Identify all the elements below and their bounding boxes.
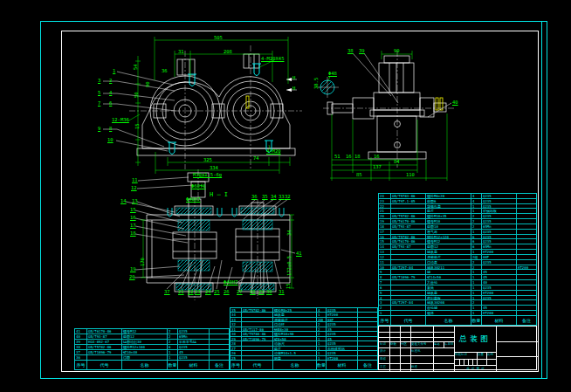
annotation-label: 39: [359, 49, 365, 54]
annotation-label: 20: [129, 275, 135, 280]
bom-header-no: 序号: [230, 361, 241, 369]
annotation-label: 35: [262, 195, 268, 200]
annotation-label: 110: [406, 173, 415, 178]
bom-table-middle: 35 GB/T5782-86 螺栓M8×25 4 Q235 34 轴承盖 1 H…: [230, 307, 378, 370]
annotation-label: 31: [279, 290, 285, 295]
bom-header-qty: 数量: [316, 361, 326, 369]
annotation-label: 30: [266, 290, 272, 295]
bom-header-no: 序号: [379, 316, 390, 325]
annotation-label: 27: [237, 290, 243, 295]
bom-header-qty: 数量: [167, 361, 177, 369]
annotation-label: 50: [134, 92, 140, 98]
annotation-label: Φ40H7: [224, 280, 238, 285]
annotation-label: 28: [250, 290, 256, 295]
annotation-label: 1: [113, 69, 115, 74]
annotation-label: 16: [374, 155, 380, 160]
bom-header-mat: 材料: [481, 316, 516, 325]
annotation-label: 13: [132, 199, 138, 204]
bom-header-no: 序号: [75, 361, 86, 369]
bom-row: 1 箱体 1 HT200: [379, 310, 536, 315]
annotation-label: 3: [98, 79, 100, 84]
annotation-label: 15: [130, 208, 136, 213]
annotation-label: 208: [224, 50, 232, 55]
annotation-label: 32: [285, 195, 291, 200]
annotation-label: 5: [98, 91, 100, 96]
annotation-label: 31: [178, 50, 184, 55]
annotation-label: 2: [109, 79, 112, 84]
annotation-label: 334: [210, 166, 218, 171]
tb-label-standardize: 标准化: [411, 349, 433, 353]
tb-label-count: 处数: [390, 342, 400, 346]
annotation-label: 4-M20X45: [261, 57, 285, 62]
tb-label-scale: 比例: [487, 353, 495, 356]
annotation-label: 23: [195, 290, 201, 295]
tb-label-weight: 质量: [478, 353, 485, 356]
annotation-label: 37: [164, 290, 170, 295]
annotation-label: 8: [109, 127, 112, 132]
tb-label-design: 设计: [380, 349, 389, 353]
annotation-label: H: [292, 76, 295, 81]
annotation-label: 90: [146, 81, 151, 87]
annotation-label: 6: [109, 101, 112, 107]
tb-label-check: 审核: [380, 357, 389, 361]
annotation-label: 34: [271, 195, 277, 200]
annotation-label: 36: [251, 195, 258, 200]
annotation-label: Φ48: [328, 72, 337, 77]
annotation-label: 16 18: [346, 155, 361, 160]
annotation-label: 16: [130, 216, 136, 221]
tb-label-mark: 标记: [380, 342, 389, 346]
bom-header-note: 备注: [516, 316, 536, 325]
annotation-label: 22: [188, 290, 194, 295]
annotation-label: 41: [296, 251, 302, 257]
annotation-label: 74: [253, 156, 259, 162]
bom-header-mat: 材料: [177, 361, 209, 369]
cad-drawing-canvas: 505 31 208 4-M20X45 36 54 90 50 15 12-M3…: [0, 0, 571, 392]
annotation-label: 85: [356, 173, 362, 178]
tb-label-stage: 阶段标记: [455, 353, 476, 356]
annotation-label: 15: [286, 283, 292, 289]
annotation-label: 4-M20: [266, 149, 281, 155]
annotation-label: H: [292, 86, 295, 92]
annotation-label: 38.5: [314, 78, 320, 89]
bom-header-qty: 数量: [471, 316, 481, 325]
annotation-label: 25: [214, 290, 220, 295]
bom-header-mat: 材料: [326, 361, 357, 369]
annotation-label: 21: [178, 290, 184, 295]
bom-header-name: 名称: [272, 361, 316, 369]
annotation-label: 36: [162, 69, 168, 74]
tb-label-process: 工艺: [380, 365, 389, 368]
bom-table-left: 41 GB/T6170-86 螺母M12 2 Q235 40 GB/T93-87…: [74, 328, 230, 370]
bom-header: 序号 代号 名称 数量 材料 备注: [379, 315, 536, 325]
annotation-label: H — I: [210, 192, 228, 198]
bom-header-code: 代号: [241, 361, 272, 369]
annotation-label: 14: [120, 199, 127, 204]
annotation-label: 7: [98, 101, 100, 107]
annotation-label: 9: [98, 127, 100, 132]
annotation-label: 18: [130, 231, 136, 237]
drawing-title: 总装图: [454, 327, 496, 352]
bom-header-note: 备注: [209, 361, 229, 369]
annotation-label: 84: [394, 160, 400, 165]
bom-header-code: 代号: [390, 316, 425, 325]
tb-label-zone: 分区: [401, 342, 410, 346]
tb-label-change-doc: 更改文件号: [411, 342, 433, 346]
bom-header: 序号 代号 名称 数量 材料 备注: [75, 360, 229, 369]
annotation-label: 15: [135, 123, 141, 129]
annotation-label: 26: [224, 290, 230, 295]
annotation-label: 17: [130, 224, 136, 229]
annotation-label: 325: [203, 158, 212, 163]
title-block: 标记 处数 分区 更改文件号 签名 年月日 设计 标准化 审核 工艺 批准 总装…: [378, 326, 537, 370]
annotation-label: 505: [214, 36, 223, 41]
annotation-label: Φ60f6: [191, 184, 206, 189]
tb-label-sheet: 共 张 第 张: [456, 367, 495, 370]
annotation-label: 33: [279, 195, 285, 200]
annotation-label: 34: [287, 230, 292, 236]
bom-table-right: 24 GB/T5783-86 螺栓M6×20 4 Q235 23 GB/T97.…: [378, 193, 537, 326]
bom-header-note: 备注: [357, 361, 377, 369]
annotation-label: 40: [452, 100, 458, 106]
annotation-label: 38: [347, 49, 354, 54]
annotation-label: 4: [109, 91, 112, 96]
tb-label-sign: 签名: [434, 342, 444, 346]
bom-header-code: 代号: [86, 361, 121, 369]
annotation-label: 11: [132, 178, 138, 183]
